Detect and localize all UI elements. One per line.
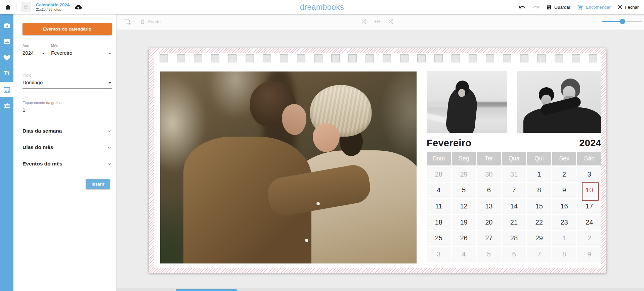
zoom-thumb[interactable] — [620, 19, 625, 24]
sidebar-item-text[interactable]: Tt — [0, 66, 13, 81]
section-label: Dias do mês — [23, 144, 53, 150]
chevron-down-icon — [107, 161, 112, 166]
close-button[interactable]: Fechar — [617, 4, 639, 10]
day-cell: 17 — [577, 199, 601, 214]
month-value: Fevereiro — [51, 50, 112, 59]
calendar-tool-panel: Eventos do calendário Ano 2024 Mês Fever… — [13, 14, 117, 291]
calendar-events-button[interactable]: Eventos do calendário — [23, 23, 112, 35]
cloud-upload-button[interactable] — [74, 3, 82, 11]
calendar-icon — [3, 86, 11, 94]
section-label: Eventos do mês — [23, 161, 62, 167]
day-cell: 7 — [502, 183, 526, 198]
weekday-cell: Ter — [477, 152, 501, 165]
day-cell: 18 — [427, 215, 451, 230]
binding-hole — [280, 54, 288, 62]
weekday-cell: Qua — [502, 152, 526, 165]
editor-canvas: Fundo — [116, 14, 644, 291]
day-cell: 4 — [452, 247, 476, 262]
week-start-select[interactable]: Início Domingo — [23, 73, 112, 89]
day-cell: 28 — [427, 167, 451, 182]
canvas-toolbar: Fundo — [116, 14, 644, 30]
day-cell: 13 — [477, 199, 501, 214]
calendar-page[interactable]: Fevereiro 2024 DomSegTerQuaQuiSexSáb 282… — [149, 48, 606, 273]
weekday-cell: Sáb — [577, 152, 601, 165]
binding-hole — [211, 54, 219, 62]
sidebar-item-favorites[interactable] — [0, 50, 13, 65]
day-cell: 27 — [477, 231, 501, 246]
order-button[interactable]: Encomendar — [577, 4, 611, 10]
chevron-down-icon — [107, 145, 112, 150]
binding-hole — [348, 54, 357, 62]
project-subtitle: 21x10 / 36 fotos — [36, 7, 70, 11]
shuffle-layout-button[interactable] — [387, 18, 394, 25]
insert-button[interactable]: Inserir — [86, 179, 110, 189]
sidebar-item-photos[interactable] — [0, 17, 13, 33]
shuffle-icon — [387, 18, 394, 25]
redo-button[interactable] — [532, 4, 540, 11]
save-icon — [546, 4, 552, 10]
shuffle-photos-button[interactable] — [360, 18, 367, 25]
day-cell: 16 — [552, 199, 576, 214]
binding-hole — [160, 54, 168, 62]
binding-hole — [366, 54, 374, 62]
grid-spacing-input[interactable]: Espaçamento da grelha 1 — [23, 101, 112, 116]
dropdown-arrow-icon — [42, 53, 45, 54]
binding-hole — [383, 54, 391, 62]
order-label: Encomendar — [586, 5, 611, 10]
sidebar-item-calendar[interactable] — [0, 82, 13, 97]
year-label: Ano — [23, 44, 45, 48]
day-cell: 26 — [452, 231, 476, 246]
week-start-value: Domingo — [23, 80, 112, 88]
cloud-upload-icon — [74, 3, 82, 11]
close-icon — [617, 4, 623, 10]
main-photo-placeholder[interactable] — [160, 71, 417, 263]
selected-page-thumbnail-edge[interactable] — [176, 289, 237, 291]
undo-button[interactable] — [519, 4, 526, 11]
chevron-down-icon — [107, 129, 112, 134]
binding-hole — [417, 54, 426, 62]
swap-horizontal-icon — [374, 18, 381, 25]
crop-button[interactable] — [124, 18, 131, 25]
section-month-days[interactable]: Dias do mês — [23, 143, 112, 152]
zoom-slider[interactable] — [602, 19, 642, 25]
calendar-month-title: Fevereiro — [427, 138, 471, 149]
section-weekdays[interactable]: Dias da semana — [23, 126, 112, 136]
year-select[interactable]: Ano 2024 — [23, 44, 45, 59]
swap-horizontal-button[interactable] — [374, 18, 381, 25]
grid-spacing-label: Espaçamento da grelha — [23, 101, 112, 105]
day-cell: 7 — [527, 247, 551, 262]
binding-hole — [177, 54, 185, 62]
grid-spacing-value: 1 — [23, 107, 112, 116]
redo-icon — [532, 4, 540, 11]
day-cell: 20 — [477, 215, 501, 230]
month-select[interactable]: Mês Fevereiro — [51, 44, 112, 59]
small-photo-placeholder-1[interactable] — [427, 71, 507, 133]
sidebar-item-layouts[interactable] — [0, 34, 13, 49]
sliders-icon — [3, 102, 11, 110]
save-button[interactable]: Guardar — [546, 4, 570, 10]
date-grid: 2829303112345678910111213141516171819202… — [427, 167, 601, 262]
delete-background-button[interactable]: Fundo — [140, 19, 161, 25]
weekday-row: DomSegTerQuaQuiSexSáb — [427, 152, 601, 165]
weekday-cell: Sex — [552, 152, 576, 165]
day-cell: 6 — [477, 183, 501, 198]
day-cell: 31 — [502, 167, 526, 182]
binding-hole — [400, 54, 409, 62]
photo-shape — [305, 239, 308, 242]
home-button[interactable] — [5, 4, 11, 10]
day-cell: 8 — [527, 183, 551, 198]
month-label: Mês — [51, 44, 112, 48]
home-icon — [5, 4, 11, 10]
day-cell: 11 — [427, 199, 451, 214]
day-cell: 3 — [427, 247, 451, 262]
sidebar-item-adjustments[interactable] — [0, 98, 13, 113]
section-month-events[interactable]: Eventos do mês — [23, 159, 112, 168]
crop-icon — [124, 18, 131, 25]
day-cell: 2 — [577, 231, 601, 246]
day-cell: 29 — [527, 231, 551, 246]
app-logo: dreambooks — [300, 3, 344, 12]
cart-icon — [577, 4, 584, 10]
small-photo-placeholder-2[interactable] — [517, 71, 601, 133]
weekday-cell: Seg — [452, 152, 476, 165]
binding-hole — [228, 54, 237, 62]
